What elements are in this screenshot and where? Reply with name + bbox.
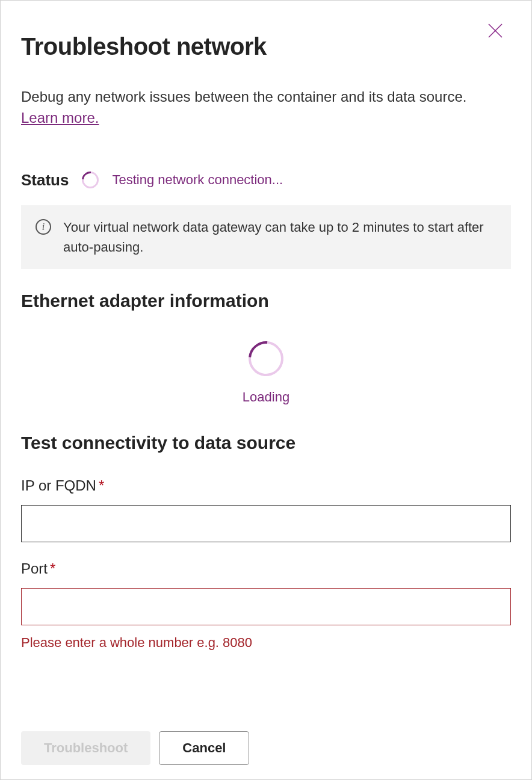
intro-text-body: Debug any network issues between the con… (21, 88, 466, 105)
footer-actions: Troubleshoot Cancel (21, 731, 249, 765)
troubleshoot-button: Troubleshoot (21, 731, 150, 765)
ip-label-text: IP or FQDN (21, 477, 96, 494)
close-icon (487, 22, 504, 39)
learn-more-link[interactable]: Learn more. (21, 110, 99, 126)
loading-label: Loading (243, 389, 289, 405)
close-button[interactable] (484, 20, 506, 42)
status-message: Testing network connection... (112, 172, 283, 188)
troubleshoot-panel: Troubleshoot network Debug any network i… (0, 0, 532, 780)
info-banner: i Your virtual network data gateway can … (21, 205, 511, 269)
spinner-icon (79, 168, 102, 191)
port-label: Port* (21, 560, 511, 577)
port-input[interactable] (21, 588, 511, 625)
status-row: Status Testing network connection... (21, 171, 511, 190)
ethernet-heading: Ethernet adapter information (21, 291, 511, 311)
status-label: Status (21, 171, 69, 190)
ethernet-loading: Loading (21, 341, 511, 405)
ip-field-group: IP or FQDN* (21, 477, 511, 542)
required-marker: * (50, 560, 55, 577)
required-marker: * (99, 477, 104, 494)
spinner-icon (241, 334, 291, 383)
cancel-button[interactable]: Cancel (159, 731, 249, 765)
info-banner-text: Your virtual network data gateway can ta… (63, 217, 496, 257)
port-error-message: Please enter a whole number e.g. 8080 (21, 635, 511, 651)
port-field-group: Port* Please enter a whole number e.g. 8… (21, 560, 511, 651)
panel-title: Troubleshoot network (21, 33, 511, 60)
intro-text: Debug any network issues between the con… (21, 87, 490, 129)
port-label-text: Port (21, 560, 48, 577)
ip-input[interactable] (21, 505, 511, 542)
info-icon: i (36, 219, 51, 235)
ip-label: IP or FQDN* (21, 477, 511, 494)
connectivity-heading: Test connectivity to data source (21, 433, 511, 453)
